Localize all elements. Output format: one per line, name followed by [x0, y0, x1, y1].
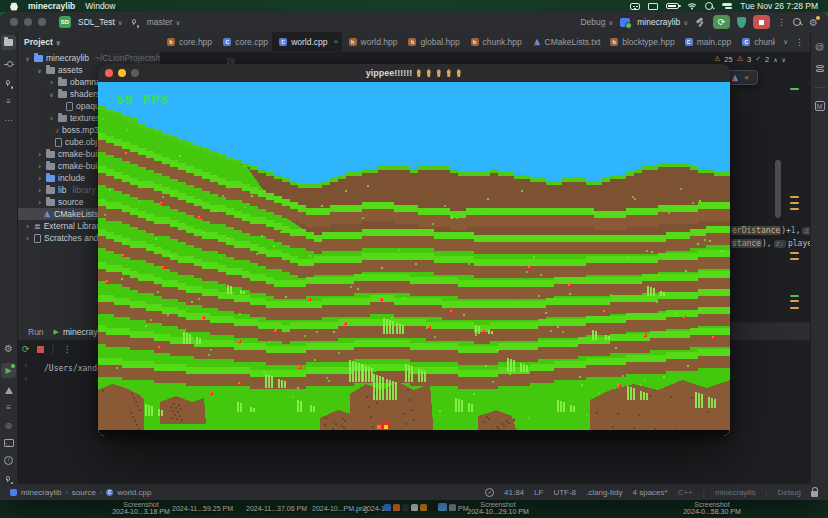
battery-icon[interactable]: [666, 3, 679, 9]
terminal-tool-icon[interactable]: ›_: [4, 439, 14, 447]
editor-scrollbar[interactable]: [775, 160, 781, 218]
tab-list-chevron-icon[interactable]: ∨: [783, 38, 788, 46]
desktop-file-label[interactable]: Screenshot 2024-10...3.18 PM: [105, 501, 177, 515]
minimize-button[interactable]: [24, 18, 32, 26]
close-button[interactable]: [10, 18, 18, 26]
tab-world-hpp[interactable]: hworld.hpp: [342, 32, 402, 51]
project-selector[interactable]: SDL_Test: [78, 17, 123, 27]
desktop-folder-icon[interactable]: [438, 503, 447, 511]
caret-position[interactable]: 41:84: [504, 488, 524, 497]
tab-chunk-hpp[interactable]: hchunk.hpp: [464, 32, 526, 51]
console-options-icon[interactable]: ⋮: [63, 344, 72, 354]
tab-blocktype-hpp[interactable]: hblocktype.hpp: [603, 32, 677, 51]
stop-button[interactable]: [753, 15, 770, 29]
tab-global-hpp[interactable]: hglobal.hpp: [401, 32, 463, 51]
indent-style[interactable]: 4 spaces*: [633, 488, 668, 497]
project-tool-icon[interactable]: [1, 35, 16, 50]
desktop-file-label[interactable]: 2024-11...37.06 PM: [246, 505, 307, 512]
spotlight-search-icon[interactable]: [705, 2, 714, 11]
analysis-status-icon[interactable]: [485, 488, 494, 497]
tab-chunk[interactable]: Cchunk: [735, 32, 775, 51]
window-menu[interactable]: Window: [85, 1, 115, 11]
file-encoding[interactable]: UTF-8: [553, 488, 576, 497]
database-icon[interactable]: [816, 65, 824, 74]
more-actions-icon[interactable]: ⋮: [777, 17, 786, 27]
search-everywhere-icon[interactable]: [793, 18, 802, 27]
window-controls[interactable]: [10, 18, 46, 26]
desktop-file-icon[interactable]: [449, 504, 456, 511]
tab-main-cpp[interactable]: Cmain.cpp: [678, 32, 736, 51]
ai-assistant-icon[interactable]: @: [815, 42, 824, 52]
structure-tool-icon[interactable]: ≡: [6, 97, 11, 106]
branch-selector[interactable]: master: [147, 17, 181, 27]
build-icon[interactable]: [695, 17, 706, 28]
breadcrumb-folder[interactable]: source: [72, 488, 96, 497]
desktop-icon-cluster[interactable]: [384, 503, 456, 511]
run-config-icon: [620, 18, 630, 27]
run-tool-icon[interactable]: ▶: [1, 363, 16, 378]
desktop-file-icon[interactable]: [384, 504, 391, 511]
game-window[interactable]: yippee!!!!!! 59 FPS: [98, 64, 730, 436]
pull-requests-tool-icon[interactable]: [4, 78, 14, 88]
display-icon[interactable]: [648, 3, 658, 10]
breadcrumb-file[interactable]: world.cpp: [117, 488, 151, 497]
commit-tool-icon[interactable]: [4, 59, 14, 69]
control-center-icon[interactable]: [722, 3, 732, 10]
context-language: C++: [678, 488, 693, 497]
profiler-tool-icon[interactable]: ◎: [5, 421, 12, 430]
desktop-file-icon[interactable]: [402, 504, 409, 511]
game-title-bar[interactable]: yippee!!!!!!: [98, 64, 730, 82]
problems-tool-icon[interactable]: !: [4, 456, 13, 465]
rerun-icon[interactable]: ⟳: [22, 344, 30, 354]
next-problem-icon[interactable]: ∨: [782, 56, 786, 63]
rerun-button[interactable]: ⟳: [713, 15, 730, 29]
desktop-file-label[interactable]: Screenshot 2024-10...29.10 PM: [462, 501, 534, 515]
todo-tool-icon[interactable]: ≡: [6, 403, 11, 412]
line-separator[interactable]: LF: [534, 488, 543, 497]
active-app-menu[interactable]: minecraylib: [28, 1, 75, 11]
linter-status[interactable]: .clang-tidy: [586, 488, 622, 497]
menubar-clock[interactable]: Tue Nov 26 7:28 PM: [740, 1, 818, 11]
tab-options-icon[interactable]: ⋮: [795, 37, 804, 47]
tab-world-cpp[interactable]: Cworld.cpp×: [272, 32, 341, 51]
services-tool-icon[interactable]: ⚙: [4, 343, 13, 354]
desktop-file-label[interactable]: 2024-10...PM.png: [312, 505, 368, 512]
run-tab[interactable]: Run: [28, 327, 44, 337]
zoom-button[interactable]: [38, 18, 46, 26]
game-viewport[interactable]: 59 FPS: [98, 82, 730, 436]
tree-item-minecraylib[interactable]: minecraylib~/CLionProjects/minecray: [18, 52, 160, 64]
tab-cmakelists[interactable]: CMakeLists.txt: [526, 32, 604, 51]
run-config-selector[interactable]: minecraylib: [637, 17, 688, 27]
debug-icon[interactable]: [737, 17, 746, 28]
apple-menu-icon[interactable]: [10, 2, 18, 11]
desktop-file-icon[interactable]: [411, 504, 418, 511]
tab-core-hpp[interactable]: hcore.hpp: [160, 32, 216, 51]
hpp-file-icon: h: [408, 38, 416, 46]
settings-gear-icon[interactable]: ⚙: [809, 17, 818, 28]
desktop-file-label[interactable]: 2024-11...59.25 PM: [172, 505, 233, 512]
desktop-file-icon[interactable]: [429, 504, 436, 511]
stop-icon[interactable]: [37, 346, 44, 353]
prev-problem-icon[interactable]: ∧: [773, 56, 777, 63]
breadcrumb-project[interactable]: minecraylib: [21, 488, 61, 497]
lock-icon[interactable]: [811, 491, 818, 497]
project-panel-header[interactable]: Project: [18, 32, 160, 52]
game-window-title: yippee!!!!!!: [98, 68, 730, 78]
build-type-selector[interactable]: Debug: [580, 17, 613, 27]
desktop-file-icon[interactable]: [393, 504, 400, 511]
desktop-file-label[interactable]: Screenshot 2024-0...58.30 PM: [676, 501, 748, 515]
scroll-down-icon[interactable]: ↓: [24, 374, 28, 381]
wifi-icon[interactable]: [687, 2, 697, 10]
desktop-file-icon[interactable]: [420, 504, 427, 511]
more-tools-icon[interactable]: ⋯: [4, 115, 13, 125]
keyboard-icon[interactable]: [630, 3, 640, 10]
pray-emoji-icon: [415, 69, 422, 77]
inspections-widget[interactable]: ⚠25 ⚠3 ✓2 ∧ ∨: [714, 53, 786, 65]
close-tab-icon[interactable]: ×: [334, 37, 339, 46]
scroll-up-icon[interactable]: ↑: [24, 362, 28, 369]
close-icon[interactable]: ×: [744, 73, 749, 82]
markdown-icon[interactable]: M: [815, 101, 825, 111]
git-tool-icon[interactable]: [4, 474, 14, 484]
tab-core-cpp[interactable]: Ccore.cpp: [216, 32, 272, 51]
cmake-tool-icon[interactable]: [5, 387, 13, 394]
